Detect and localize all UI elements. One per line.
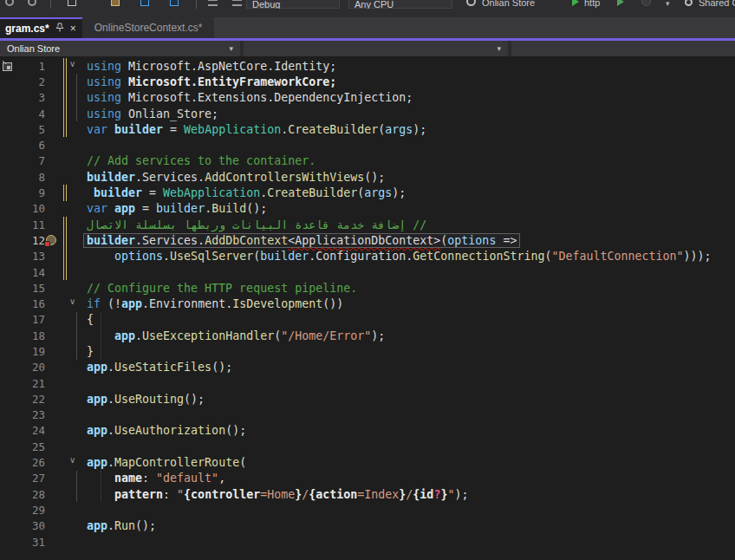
code-token: using bbox=[87, 60, 121, 73]
fold-toggle-icon[interactable]: ∨ bbox=[69, 455, 75, 465]
dropdown-split-icon[interactable]: ▾▾ bbox=[666, 0, 670, 8]
code-line[interactable]: 22app.UseRouting(); bbox=[0, 391, 735, 407]
open-folder-icon[interactable] bbox=[111, 0, 120, 8]
code-token: var bbox=[87, 123, 107, 136]
code-line[interactable]: 25 bbox=[0, 439, 735, 454]
pin-icon[interactable] bbox=[55, 23, 64, 35]
save-all-icon[interactable] bbox=[170, 0, 179, 8]
redo-icon[interactable] bbox=[28, 0, 36, 8]
code-line[interactable]: 30app.Run(); bbox=[0, 518, 735, 534]
code-line[interactable]: 16∨if (!app.Environment.IsDevelopment()) bbox=[0, 296, 735, 311]
indent-icon[interactable] bbox=[232, 0, 242, 8]
line-number[interactable]: 14 bbox=[0, 266, 45, 279]
line-number[interactable]: 17 bbox=[0, 313, 45, 326]
line-number[interactable]: 8 bbox=[0, 171, 45, 184]
line-number[interactable]: 28 bbox=[0, 488, 45, 501]
code-line[interactable]: 18 app.UseExceptionHandler("/Home/Error"… bbox=[0, 328, 735, 343]
line-number[interactable]: 20 bbox=[0, 361, 45, 374]
member-dropdown[interactable] bbox=[511, 41, 735, 56]
code-line[interactable]: 28 pattern: "{controller=Home}/{action=I… bbox=[0, 486, 735, 502]
code-line[interactable]: 12builder.Services.AddDbContext<Applicat… bbox=[0, 232, 735, 248]
code-editor[interactable]: 1∨using Microsoft.AspNetCore.Identity;2u… bbox=[0, 56, 735, 560]
code-line[interactable]: 8builder.Services.AddControllersWithView… bbox=[0, 169, 735, 185]
code-line[interactable]: 1∨using Microsoft.AspNetCore.Identity; bbox=[0, 58, 735, 74]
code-line[interactable]: 26∨app.MapControllerRoute( bbox=[0, 454, 735, 470]
line-number[interactable]: 29 bbox=[0, 504, 45, 517]
copilot-icon[interactable] bbox=[685, 0, 693, 8]
run-profile-label[interactable]: http bbox=[584, 0, 600, 8]
line-number[interactable]: 4 bbox=[0, 107, 45, 120]
fold-toggle-icon[interactable]: ∨ bbox=[69, 59, 75, 68]
line-number[interactable]: 30 bbox=[0, 519, 45, 532]
code-token: builder bbox=[94, 186, 142, 199]
new-window-icon[interactable] bbox=[68, 0, 76, 8]
code-line[interactable]: 4using Onlian_Store; bbox=[0, 106, 735, 121]
gear-icon[interactable] bbox=[466, 0, 476, 8]
save-icon[interactable] bbox=[140, 0, 149, 8]
code-line[interactable]: 29 bbox=[0, 502, 735, 518]
line-number[interactable]: 3 bbox=[0, 91, 45, 104]
code-token: "/Home/Error" bbox=[281, 329, 371, 342]
code-line[interactable]: 27 name: "default", bbox=[0, 471, 735, 486]
code-line[interactable]: 21 bbox=[0, 375, 735, 391]
solution-platform-combo[interactable]: Any CPU bbox=[348, 0, 452, 9]
quick-actions-lightbulb-icon[interactable] bbox=[46, 235, 56, 245]
start-debugging-play-icon[interactable] bbox=[572, 0, 579, 8]
line-number[interactable]: 19 bbox=[0, 345, 45, 358]
close-icon[interactable]: × bbox=[70, 23, 76, 34]
line-number[interactable]: 12 bbox=[0, 234, 45, 247]
line-number[interactable]: 26 bbox=[0, 456, 45, 469]
hot-reload-circle-icon[interactable] bbox=[641, 0, 651, 8]
line-number[interactable]: 2 bbox=[0, 75, 45, 88]
code-line[interactable]: 20app.UseStaticFiles(); bbox=[0, 360, 735, 375]
line-number[interactable]: 25 bbox=[0, 440, 45, 453]
code-token: builder bbox=[87, 234, 135, 247]
code-line[interactable]: 5var builder = WebApplication.CreateBuil… bbox=[0, 121, 735, 137]
line-number[interactable]: 13 bbox=[0, 250, 45, 263]
debug-target-combo[interactable]: Debug bbox=[246, 0, 340, 9]
line-number[interactable]: 10 bbox=[0, 202, 45, 215]
line-number[interactable]: 6 bbox=[0, 139, 45, 152]
startup-project-label[interactable]: Onlian Store bbox=[482, 0, 535, 8]
type-dropdown[interactable]: ▾ bbox=[244, 41, 508, 56]
code-line[interactable]: 10var app = builder.Build(); bbox=[0, 201, 735, 217]
line-number[interactable]: 21 bbox=[0, 377, 45, 390]
line-number[interactable]: 31 bbox=[0, 536, 45, 549]
tab-program-cs[interactable]: gram.cs* × bbox=[0, 17, 82, 38]
code-line[interactable]: 2using Microsoft.EntityFrameworkCore; bbox=[0, 74, 735, 89]
tab-onlinestorecontext-cs[interactable]: OnlineStoreContext.cs* bbox=[82, 17, 215, 38]
line-number[interactable]: 24 bbox=[0, 424, 45, 437]
code-line[interactable]: 11// إضافة خدمة قاعدة البيانات وربطها بس… bbox=[0, 217, 735, 232]
start-without-debugging-play-icon[interactable] bbox=[617, 0, 624, 8]
line-number[interactable]: 15 bbox=[0, 282, 45, 295]
line-number[interactable]: 1 bbox=[0, 60, 45, 73]
line-number[interactable]: 11 bbox=[0, 218, 45, 231]
line-number[interactable]: 5 bbox=[0, 123, 45, 136]
line-number[interactable]: 27 bbox=[0, 472, 45, 485]
code-text: if (!app.Environment.IsDevelopment()) bbox=[87, 297, 343, 310]
undo-icon[interactable] bbox=[5, 0, 14, 8]
code-line[interactable]: 23 bbox=[0, 407, 735, 423]
code-line[interactable]: 7// Add services to the container. bbox=[0, 153, 735, 169]
code-line[interactable]: 31 bbox=[0, 534, 735, 550]
code-line[interactable]: 9 builder = WebApplication.CreateBuilder… bbox=[0, 185, 735, 200]
line-number[interactable]: 18 bbox=[0, 329, 45, 342]
code-line[interactable]: 15// Configure the HTTP request pipeline… bbox=[0, 280, 735, 296]
code-line[interactable]: 3using Microsoft.Extensions.DependencyIn… bbox=[0, 90, 735, 106]
line-number[interactable]: 22 bbox=[0, 393, 45, 406]
outdent-icon[interactable] bbox=[208, 0, 218, 8]
line-number[interactable]: 9 bbox=[0, 186, 45, 199]
code-line[interactable]: 6 bbox=[0, 137, 735, 153]
code-line[interactable]: 17{ bbox=[0, 312, 735, 328]
code-line[interactable]: 13 options.UseSqlServer(builder.Configur… bbox=[0, 249, 735, 264]
fold-toggle-icon[interactable]: ∨ bbox=[69, 296, 75, 306]
line-number[interactable]: 16 bbox=[0, 297, 45, 310]
line-number[interactable]: 7 bbox=[0, 154, 45, 167]
code-line[interactable]: 19} bbox=[0, 343, 735, 359]
code-line[interactable]: 24app.UseAuthorization(); bbox=[0, 423, 735, 439]
project-dropdown[interactable]: Onlian Store ▾ bbox=[0, 41, 240, 56]
code-line[interactable]: 14 bbox=[0, 264, 735, 280]
line-number[interactable]: 23 bbox=[0, 408, 45, 421]
fold-guide bbox=[76, 471, 77, 503]
code-token: . bbox=[225, 297, 232, 310]
